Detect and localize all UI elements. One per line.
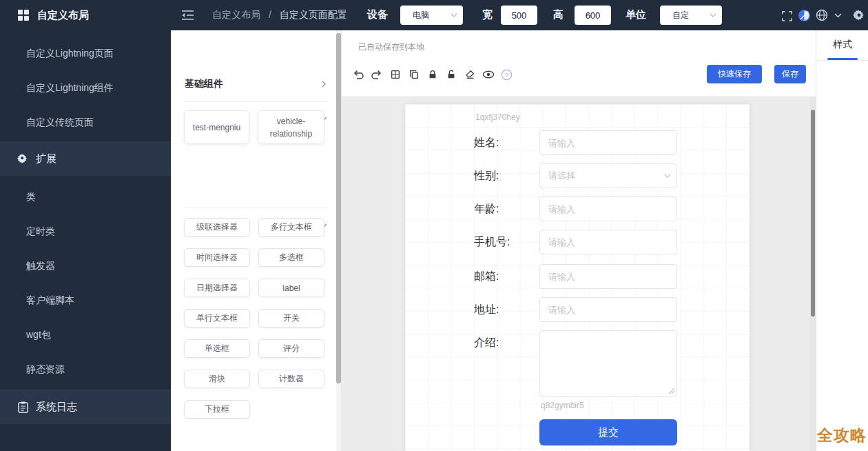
gender-select-placeholder: 请选择 bbox=[548, 170, 664, 182]
age-input[interactable] bbox=[539, 197, 677, 221]
sidebar-item-client-script[interactable]: 客户端脚本 bbox=[26, 290, 74, 310]
sidebar-item-trigger[interactable]: 触发器 bbox=[26, 255, 55, 276]
palette-item-radio[interactable]: 单选框 bbox=[184, 339, 250, 358]
height-input[interactable] bbox=[575, 6, 611, 25]
component-id-label: 1qxfj370hey bbox=[475, 112, 520, 122]
intro-textarea[interactable] bbox=[539, 330, 677, 397]
help-icon[interactable]: ? bbox=[497, 67, 516, 82]
log-icon bbox=[17, 401, 29, 413]
section-basic-components[interactable]: 基础组件 bbox=[185, 76, 328, 92]
unit-select[interactable]: 自定 bbox=[660, 6, 722, 25]
sidebar-item-lightning-page[interactable]: 自定义Lightning页面 bbox=[26, 43, 114, 63]
clear-icon[interactable] bbox=[460, 67, 479, 82]
scrollbar-thumb[interactable] bbox=[811, 110, 815, 317]
canvas-scrollbar[interactable] bbox=[810, 97, 816, 451]
page-canvas[interactable]: 1qxfj370hey 姓名: 性别: 请选择 年龄: 手机号: 邮箱: 地址:… bbox=[405, 104, 750, 451]
unit-label: 单位 bbox=[626, 8, 646, 21]
palette-scrollbar[interactable] bbox=[336, 30, 341, 451]
field-label-name: 姓名: bbox=[474, 130, 536, 155]
chevron-down-icon bbox=[664, 174, 671, 178]
gender-select[interactable]: 请选择 bbox=[539, 163, 677, 188]
undo-icon[interactable] bbox=[349, 67, 367, 82]
sidebar-item-static-resource[interactable]: 静态资源 bbox=[26, 359, 65, 379]
address-input[interactable] bbox=[539, 297, 677, 322]
field-label-email: 邮箱: bbox=[474, 264, 536, 289]
sidebar-header[interactable]: 自定义布局 bbox=[0, 0, 171, 30]
chevron-right-icon bbox=[320, 80, 328, 88]
device-select[interactable]: 电脑 bbox=[400, 6, 463, 25]
sidebar: 自定义布局 自定义Lightning页面 自定义Lightning组件 自定义传… bbox=[0, 0, 171, 451]
grid-icon[interactable] bbox=[386, 67, 404, 82]
menu-fold-icon[interactable] bbox=[180, 8, 194, 22]
contrast-icon[interactable] bbox=[797, 8, 811, 22]
copy-icon[interactable] bbox=[404, 67, 423, 82]
watermark-text: 全攻略 bbox=[817, 425, 867, 446]
palette-item-multiline-text[interactable]: 多行文本框 bbox=[258, 218, 324, 237]
submit-button[interactable]: 提交 bbox=[539, 419, 677, 445]
sidebar-group-label: 扩展 bbox=[36, 152, 56, 166]
divider bbox=[185, 101, 328, 102]
sidebar-item-lightning-component[interactable]: 自定义Lightning组件 bbox=[26, 77, 114, 98]
sidebar-item-system-log[interactable]: 系统日志 bbox=[0, 390, 171, 424]
tab-style[interactable]: 样式 bbox=[816, 39, 868, 51]
breadcrumb-separator: / bbox=[269, 9, 271, 20]
palette-item-label[interactable]: label bbox=[258, 279, 324, 297]
email-input[interactable] bbox=[539, 264, 677, 289]
breadcrumb-current: 自定义页面配置 bbox=[280, 9, 347, 20]
phone-input[interactable] bbox=[539, 230, 677, 254]
section-title: 基础组件 bbox=[185, 78, 223, 90]
redo-icon[interactable] bbox=[367, 67, 386, 82]
quick-save-button[interactable]: 快速保存 bbox=[707, 65, 762, 83]
style-panel: 样式 bbox=[816, 30, 868, 451]
svg-text:?: ? bbox=[505, 70, 508, 78]
sidebar-item-scheduled[interactable]: 定时类 bbox=[26, 221, 55, 241]
field-label-address: 地址: bbox=[474, 297, 536, 322]
gear-icon[interactable] bbox=[852, 8, 866, 22]
palette-item-rate[interactable]: 评分 bbox=[258, 339, 324, 358]
name-input[interactable] bbox=[539, 130, 677, 155]
width-label: 宽 bbox=[482, 8, 493, 21]
topbar: 自定义布局 / 自定义页面配置 设备 电脑 宽 高 单位 自定 bbox=[171, 0, 868, 30]
field-label-gender: 性别: bbox=[474, 163, 536, 188]
unlock-icon[interactable] bbox=[442, 67, 460, 82]
save-button[interactable]: 保存 bbox=[774, 65, 806, 83]
device-select-value: 电脑 bbox=[413, 10, 451, 21]
field-label-phone: 手机号: bbox=[474, 230, 536, 254]
palette-item-counter[interactable]: 计数器 bbox=[258, 370, 324, 388]
palette-item-vehicle-relationship[interactable]: vehicle-relationship bbox=[258, 110, 324, 144]
divider bbox=[816, 60, 868, 61]
palette-item-time-picker[interactable]: 时间选择器 bbox=[184, 248, 250, 267]
autosave-status: 已自动保存到本地 bbox=[358, 41, 424, 53]
sidebar-group-extend[interactable]: 扩展 bbox=[0, 141, 171, 176]
palette-item-dropdown[interactable]: 下拉框 bbox=[184, 400, 250, 419]
palette-item-switch[interactable]: 开关 bbox=[258, 309, 324, 328]
palette-item-date-picker[interactable]: 日期选择器 bbox=[184, 279, 250, 297]
editor-header: 已自动保存到本地 ? 快速保存 保存 bbox=[342, 30, 816, 97]
breadcrumb-parent[interactable]: 自定义布局 bbox=[212, 9, 260, 20]
resize-handle-icon[interactable] bbox=[668, 388, 675, 394]
editor-toolbar: ? bbox=[349, 67, 516, 82]
sidebar-item-class[interactable]: 类 bbox=[26, 186, 36, 207]
height-label: 高 bbox=[553, 8, 564, 21]
sidebar-title: 自定义布局 bbox=[37, 9, 89, 22]
palette-item-single-line-text[interactable]: 单行文本框 bbox=[184, 309, 250, 328]
gear-icon bbox=[17, 152, 29, 165]
divider bbox=[185, 208, 328, 208]
field-label-age: 年龄: bbox=[474, 197, 536, 221]
width-input[interactable] bbox=[501, 6, 537, 25]
scrollbar-thumb[interactable] bbox=[336, 33, 341, 383]
palette-item-checkbox[interactable]: 多选框 bbox=[258, 248, 324, 267]
palette-item-cascader[interactable]: 级联选择器 bbox=[184, 218, 250, 237]
globe-icon[interactable] bbox=[815, 8, 829, 22]
unit-select-value: 自定 bbox=[672, 10, 710, 21]
palette-item-test-mengniu[interactable]: test-mengniu bbox=[184, 110, 249, 144]
component-palette: 基础组件 自定义 test-mengniu vehicle-relationsh… bbox=[171, 30, 342, 451]
lock-icon[interactable] bbox=[423, 67, 442, 82]
sidebar-item-wgt[interactable]: wgt包 bbox=[26, 324, 51, 345]
fullscreen-icon[interactable] bbox=[779, 8, 793, 22]
sidebar-item-classic-page[interactable]: 自定义传统页面 bbox=[26, 112, 94, 132]
palette-item-slider[interactable]: 滑块 bbox=[184, 370, 250, 388]
chevron-down-icon[interactable] bbox=[833, 8, 843, 22]
eye-icon[interactable] bbox=[479, 67, 497, 82]
sidebar-item-label: 系统日志 bbox=[36, 401, 77, 414]
